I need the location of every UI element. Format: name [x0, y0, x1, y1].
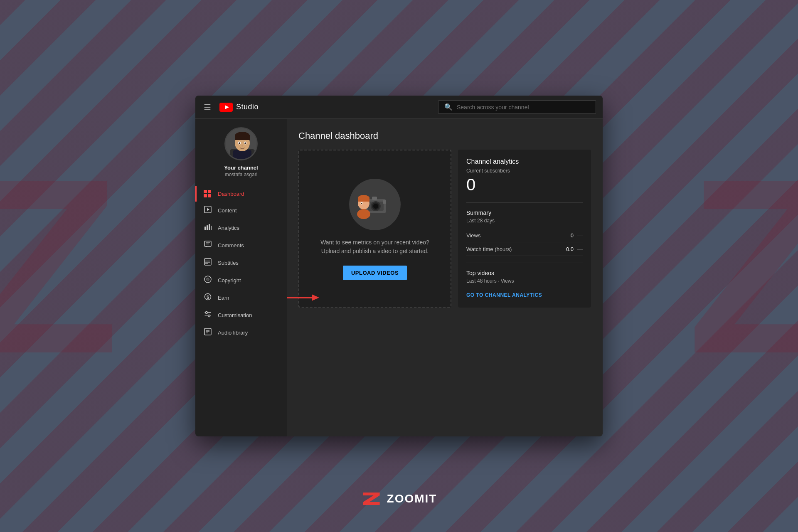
- svg-rect-18: [211, 226, 212, 230]
- stat-row-watchtime: Watch time (hours) 0.0 —: [466, 242, 583, 256]
- svg-point-10: [239, 143, 240, 144]
- analytics-icon: [204, 223, 212, 232]
- svg-marker-55: [363, 493, 380, 505]
- svg-rect-4: [233, 150, 251, 160]
- svg-point-52: [357, 209, 370, 219]
- sidebar: Your channel mostafa asgari Dashboard: [195, 119, 287, 436]
- earn-icon: $: [204, 293, 212, 302]
- top-bar: ☰ Studio 🔍: [195, 96, 603, 119]
- zoomit-logo: [361, 490, 382, 507]
- stat-value-area-watchtime: 0.0 —: [566, 246, 583, 252]
- sidebar-item-label-customisation: Customisation: [218, 312, 252, 318]
- svg-point-46: [373, 204, 378, 209]
- copyright-icon: ©: [204, 276, 212, 285]
- stat-row-views: Views 0 —: [466, 229, 583, 242]
- sidebar-item-label-copyright: Copyright: [218, 277, 241, 283]
- channel-name: Your channel: [224, 165, 258, 171]
- channel-handle: mostafa asgari: [225, 172, 258, 177]
- svg-marker-22: [206, 246, 207, 248]
- svg-rect-17: [209, 224, 210, 230]
- stat-dash-views: —: [577, 232, 583, 239]
- search-input[interactable]: [457, 104, 590, 111]
- upload-card: Want to see metrics on your recent video…: [298, 150, 451, 308]
- summary-period: Last 28 days: [466, 218, 583, 224]
- sidebar-item-copyright[interactable]: © Copyright: [195, 271, 287, 289]
- channel-avatar: [224, 127, 258, 160]
- search-bar[interactable]: 🔍: [438, 100, 596, 114]
- svg-point-36: [208, 315, 210, 317]
- youtube-logo: [219, 103, 233, 112]
- sidebar-item-content[interactable]: Content: [195, 202, 287, 219]
- subscriber-count: 0: [466, 175, 583, 194]
- menu-icon[interactable]: ☰: [202, 101, 213, 114]
- sidebar-item-earn[interactable]: $ Earn: [195, 289, 287, 306]
- svg-text:$: $: [207, 295, 209, 300]
- sidebar-item-audio-library[interactable]: Audio library: [195, 324, 287, 341]
- stat-value-views: 0: [571, 232, 574, 239]
- comments-icon: [204, 241, 212, 250]
- divider-1: [466, 202, 583, 203]
- subtitles-icon: [204, 258, 212, 267]
- earn-arrow: [287, 292, 320, 303]
- analytics-card-title: Channel analytics: [466, 158, 583, 165]
- sidebar-item-analytics[interactable]: Analytics: [195, 219, 287, 236]
- upload-text: Want to see metrics on your recent video…: [320, 238, 429, 256]
- top-videos-title: Top videos: [466, 270, 583, 276]
- svg-point-11: [244, 143, 246, 144]
- dashboard-icon: [204, 190, 212, 197]
- sidebar-item-label-earn: Earn: [218, 295, 229, 301]
- sidebar-item-label-dashboard: Dashboard: [218, 191, 244, 197]
- svg-marker-14: [207, 208, 209, 211]
- bg-z-right: Z: [687, 123, 798, 409]
- page-title: Channel dashboard: [298, 131, 591, 141]
- zoomit-brand-name: ZOOMIT: [387, 492, 437, 505]
- upload-illustration: [348, 177, 402, 232]
- sidebar-item-label-audio-library: Audio library: [218, 330, 248, 336]
- customisation-icon: [204, 310, 212, 320]
- content-area: Channel dashboard: [287, 119, 603, 436]
- summary-title: Summary: [466, 209, 583, 216]
- stat-dash-watchtime: —: [577, 246, 583, 252]
- sidebar-item-customisation[interactable]: Customisation: [195, 306, 287, 324]
- content-icon: [204, 206, 212, 215]
- top-videos-period: Last 48 hours · Views: [466, 278, 583, 284]
- dashboard-grid: Want to see metrics on your recent video…: [298, 150, 591, 308]
- go-to-analytics-link[interactable]: GO TO CHANNEL ANALYTICS: [466, 292, 542, 298]
- sidebar-item-subtitles[interactable]: Subtitles: [195, 254, 287, 271]
- svg-point-12: [241, 145, 243, 147]
- sidebar-item-comments[interactable]: Comments: [195, 236, 287, 254]
- audio-library-icon: [204, 328, 212, 337]
- bg-z-left: Z: [0, 123, 111, 409]
- svg-rect-51: [358, 197, 369, 202]
- svg-rect-16: [207, 225, 208, 230]
- stat-value-watchtime: 0.0: [566, 246, 574, 252]
- svg-rect-7: [235, 135, 250, 140]
- studio-label: Studio: [236, 103, 259, 111]
- sidebar-item-label-content: Content: [218, 207, 237, 214]
- stat-label-views: Views: [466, 232, 480, 239]
- sidebar-item-label-subtitles: Subtitles: [218, 260, 239, 266]
- nav-list: Dashboard Content: [195, 186, 287, 341]
- svg-rect-15: [204, 227, 206, 230]
- divider-2: [466, 263, 583, 263]
- current-subscribers-label: Current subscribers: [466, 168, 583, 174]
- upload-videos-button[interactable]: UPLOAD VIDEOS: [343, 266, 407, 280]
- stat-label-watchtime: Watch time (hours): [466, 246, 512, 252]
- stat-value-area-views: 0 —: [571, 232, 583, 239]
- app-window: ☰ Studio 🔍: [195, 96, 603, 436]
- svg-point-35: [206, 312, 208, 314]
- zoomit-footer: ZOOMIT: [361, 490, 437, 507]
- avatar-illustration: [226, 128, 258, 160]
- analytics-card: Channel analytics Current subscribers 0 …: [458, 150, 591, 308]
- svg-marker-32: [312, 294, 319, 301]
- logo-area: Studio: [219, 103, 259, 112]
- svg-rect-47: [372, 197, 377, 200]
- svg-rect-48: [383, 200, 386, 204]
- search-icon: 🔍: [444, 103, 453, 111]
- svg-text:©: ©: [206, 277, 209, 282]
- svg-rect-23: [204, 259, 211, 265]
- svg-point-54: [361, 202, 362, 204]
- sidebar-item-label-analytics: Analytics: [218, 225, 239, 231]
- sidebar-item-dashboard[interactable]: Dashboard: [195, 186, 287, 202]
- sidebar-item-label-comments: Comments: [218, 242, 244, 249]
